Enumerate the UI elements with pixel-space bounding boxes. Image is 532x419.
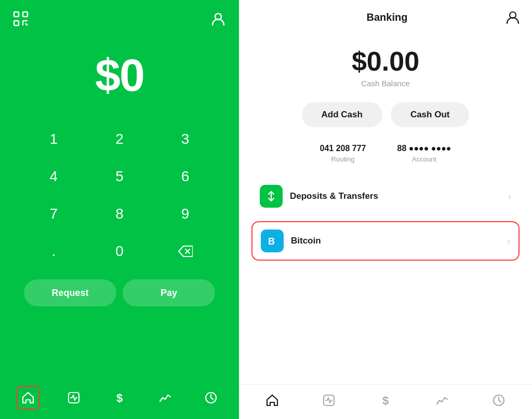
bitcoin-label: Bitcoin (291, 236, 500, 246)
right-nav-dollar[interactable]: $ (376, 391, 395, 410)
action-row: Request Pay (21, 279, 218, 306)
left-nav-home[interactable] (16, 386, 40, 410)
right-nav-clock[interactable] (489, 391, 508, 410)
cash-balance-label: Cash Balance (361, 79, 409, 88)
banking-title: Banking (367, 11, 408, 23)
numpad-key-3[interactable]: 3 (152, 120, 218, 158)
svg-text:$: $ (382, 394, 389, 407)
deposits-icon (260, 185, 283, 208)
menu-list: Deposits & Transfers › B Bitcoin › (239, 178, 532, 261)
right-nav-home[interactable] (263, 391, 282, 410)
right-bottom-nav: $ (239, 384, 532, 419)
numpad-key-8[interactable]: 8 (87, 195, 153, 233)
numpad-key-9[interactable]: 9 (152, 195, 218, 233)
numpad-key-0[interactable]: 0 (87, 233, 153, 270)
numpad-key-dot[interactable]: . (21, 233, 87, 270)
right-top-bar: Banking (239, 0, 532, 25)
right-profile-icon[interactable] (505, 9, 521, 25)
deposits-chevron: › (508, 191, 511, 202)
numpad-key-4[interactable]: 4 (21, 158, 87, 195)
pay-button[interactable]: Pay (123, 279, 215, 306)
right-nav-activity[interactable] (320, 391, 338, 410)
right-panel: Banking $0.00 Cash Balance Add Cash Cash… (239, 0, 532, 419)
svg-text:$: $ (116, 391, 123, 404)
numpad-key-7[interactable]: 7 (21, 195, 87, 233)
scan-icon[interactable] (11, 9, 30, 28)
svg-rect-1 (14, 21, 19, 25)
bitcoin-wrapper: B Bitcoin › (251, 221, 520, 261)
request-button[interactable]: Request (24, 279, 116, 306)
left-top-bar (0, 0, 239, 28)
amount-display: $0 (95, 49, 144, 102)
numpad-key-1[interactable]: 1 (21, 120, 87, 158)
numpad-key-2[interactable]: 2 (87, 120, 153, 158)
svg-rect-2 (23, 12, 28, 17)
cash-out-button[interactable]: Cash Out (391, 102, 470, 127)
account-info: 88 ●●●● ●●●● Account (397, 144, 451, 163)
numpad-key-backspace[interactable] (152, 233, 218, 270)
routing-label: Routing (331, 155, 355, 163)
bitcoin-icon: B (261, 229, 284, 252)
add-cash-button[interactable]: Add Cash (302, 102, 382, 127)
deposits-label: Deposits & Transfers (290, 191, 501, 201)
deposits-transfers-item[interactable]: Deposits & Transfers › (251, 178, 520, 215)
account-number: 88 ●●●● ●●●● (397, 144, 451, 153)
svg-line-5 (25, 23, 28, 25)
left-bottom-nav: $ (0, 380, 239, 419)
routing-number: 041 208 777 (320, 144, 366, 153)
left-nav-graph[interactable] (153, 386, 177, 410)
account-label: Account (412, 155, 436, 163)
bitcoin-chevron: › (507, 236, 510, 247)
left-nav-activity[interactable] (62, 386, 86, 410)
left-nav-dollar[interactable]: $ (108, 386, 131, 410)
svg-text:B: B (268, 236, 275, 247)
bank-info-row: 041 208 777 Routing 88 ●●●● ●●●● Account (320, 144, 451, 163)
left-nav-clock[interactable] (199, 386, 223, 410)
left-panel: $0 1 2 3 4 5 6 7 8 9 . 0 Request Pay (0, 0, 239, 419)
numpad-key-6[interactable]: 6 (152, 158, 218, 195)
right-balance: $0.00 (352, 46, 419, 77)
svg-rect-0 (14, 12, 19, 17)
numpad-key-5[interactable]: 5 (87, 158, 153, 195)
cash-buttons: Add Cash Cash Out (302, 102, 470, 127)
left-profile-icon[interactable] (209, 9, 228, 28)
bitcoin-item[interactable]: B Bitcoin › (252, 222, 518, 260)
right-nav-graph[interactable] (433, 391, 451, 410)
routing-info: 041 208 777 Routing (320, 144, 366, 163)
numpad: 1 2 3 4 5 6 7 8 9 . 0 (21, 120, 218, 270)
